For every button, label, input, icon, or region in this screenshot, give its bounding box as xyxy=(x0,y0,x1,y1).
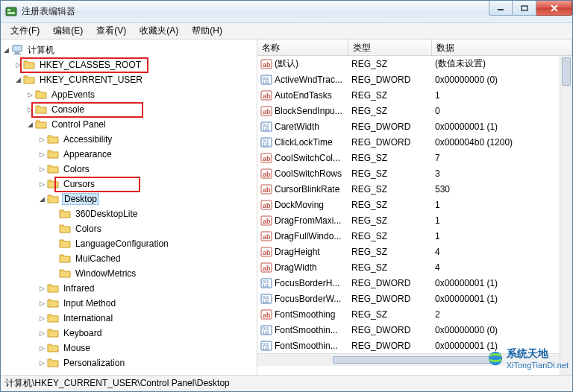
close-button[interactable] xyxy=(536,1,572,16)
maximize-button[interactable] xyxy=(513,1,536,16)
expand-icon[interactable]: ▷ xyxy=(13,60,23,70)
col-header-type[interactable]: 类型 xyxy=(348,39,432,55)
value-name: ClickLockTime xyxy=(275,137,333,148)
tree-node-label: WindowMetrics xyxy=(75,268,136,279)
menu-favorites[interactable]: 收藏夹(A) xyxy=(133,23,185,39)
collapse-icon[interactable]: ◢ xyxy=(1,45,11,55)
folder-icon xyxy=(47,312,59,324)
expand-icon[interactable]: ▷ xyxy=(25,89,35,100)
expand-icon[interactable]: ▷ xyxy=(25,104,35,115)
col-header-name[interactable]: 名称 xyxy=(257,39,348,55)
collapse-icon[interactable]: ◢ xyxy=(25,119,35,130)
tree-hkcu-child-0[interactable]: ▷AppEvents xyxy=(1,87,257,102)
svg-rect-1 xyxy=(7,9,10,11)
tree-desktop-child-1[interactable]: Colors xyxy=(1,221,257,236)
tree-cp-bottom-4[interactable]: ▷Mouse xyxy=(1,341,257,355)
menu-edit[interactable]: 编辑(E) xyxy=(46,23,90,39)
value-row[interactable]: 011110FocusBorderH...REG_DWORD0x00000001… xyxy=(257,275,572,291)
tree-node-label: HKEY_CURRENT_USER xyxy=(40,75,143,85)
value-row[interactable]: 011110FontSmoothin...REG_DWORD0x00000000… xyxy=(257,322,572,338)
folder-icon xyxy=(47,193,59,205)
value-row[interactable]: abCursorBlinkRateREG_SZ530 xyxy=(257,181,572,197)
tree-cp-bottom-5[interactable]: ▷Personalization xyxy=(1,355,257,370)
menu-view[interactable]: 查看(V) xyxy=(90,23,133,39)
expand-icon[interactable]: ▷ xyxy=(37,179,47,189)
titlebar[interactable]: 注册表编辑器 xyxy=(1,1,572,23)
tree-desktop[interactable]: ◢Desktop xyxy=(1,192,257,206)
value-name: ActiveWndTrac... xyxy=(275,75,342,85)
minimize-button[interactable] xyxy=(489,1,513,16)
expand-icon[interactable]: ▷ xyxy=(37,298,47,309)
tree-hkcu-child-1[interactable]: ▷Console xyxy=(1,102,257,117)
tree-cp-top-1[interactable]: ▷Appearance xyxy=(1,147,257,162)
value-row[interactable]: abDragWidthREG_SZ4 xyxy=(257,259,572,275)
svg-text:ab: ab xyxy=(263,312,271,319)
svg-text:ab: ab xyxy=(263,108,271,116)
tree-cp-bottom-0[interactable]: ▷Infrared xyxy=(1,281,257,296)
value-type: REG_DWORD xyxy=(348,74,432,86)
folder-icon xyxy=(23,74,35,86)
value-name: DragFromMaxi... xyxy=(275,215,341,226)
expand-icon[interactable]: ▷ xyxy=(37,134,47,145)
menu-file[interactable]: 文件(F) xyxy=(4,23,46,39)
value-data: 2 xyxy=(432,309,572,320)
value-data: 4 xyxy=(432,246,572,258)
value-data: 0x00000001 (1) xyxy=(432,277,572,289)
value-row[interactable]: abAutoEndTasksREG_SZ1 xyxy=(257,87,572,103)
expand-icon[interactable]: ▷ xyxy=(37,164,47,174)
value-data: (数值未设置) xyxy=(432,57,572,71)
vertical-scrollbar[interactable] xyxy=(560,56,572,375)
col-header-data[interactable]: 数据 xyxy=(432,39,572,55)
value-row[interactable]: 011110ClickLockTimeREG_DWORD0x000004b0 (… xyxy=(257,134,572,150)
tree-cp-top-2[interactable]: ▷Colors xyxy=(1,162,257,177)
values-panel[interactable]: 名称 类型 数据 ab(默认)REG_SZ(数值未设置)011110Active… xyxy=(257,39,572,375)
value-data: 1 xyxy=(432,215,572,227)
value-row[interactable]: abDragHeightREG_SZ4 xyxy=(257,244,572,259)
menu-help[interactable]: 帮助(H) xyxy=(185,23,229,39)
value-name: CoolSwitchCol... xyxy=(275,153,340,163)
value-row[interactable]: abCoolSwitchRowsREG_SZ3 xyxy=(257,165,572,181)
value-row[interactable]: 011110FocusBorderW...REG_DWORD0x00000001… xyxy=(257,291,572,306)
value-row[interactable]: abFontSmoothingREG_SZ2 xyxy=(257,306,572,322)
expand-icon[interactable]: ▷ xyxy=(37,149,47,159)
value-row[interactable]: 011110ActiveWndTrac...REG_DWORD0x0000000… xyxy=(257,72,572,87)
folder-icon xyxy=(59,253,71,265)
horizontal-scrollbar[interactable] xyxy=(257,353,572,366)
value-row[interactable]: abCoolSwitchCol...REG_SZ7 xyxy=(257,150,572,165)
tree-hkcr[interactable]: ▷HKEY_CLASSES_ROOT xyxy=(1,57,257,72)
tree-hkcu-child-2[interactable]: ◢Control Panel xyxy=(1,117,257,132)
expand-icon[interactable]: ▷ xyxy=(37,343,47,353)
value-row[interactable]: ab(默认)REG_SZ(数值未设置) xyxy=(257,56,572,72)
tree-hkcu[interactable]: ◢HKEY_CURRENT_USER xyxy=(1,72,257,87)
value-row[interactable]: 011110FontSmoothin...REG_DWORD0x00000001… xyxy=(257,338,572,353)
tree-cp-bottom-1[interactable]: ▷Input Method xyxy=(1,296,257,311)
expand-icon[interactable]: ▷ xyxy=(37,313,47,323)
tree-root-computer[interactable]: ◢计算机 xyxy=(1,42,257,57)
tree-cp-bottom-3[interactable]: ▷Keyboard xyxy=(1,326,257,341)
expand-icon[interactable]: ▷ xyxy=(37,358,47,368)
reg-binary-icon: 011110 xyxy=(260,324,272,336)
expand-icon[interactable]: ▷ xyxy=(37,328,47,338)
value-row[interactable]: abDragFullWindo...REG_SZ1 xyxy=(257,228,572,244)
tree-desktop-child-2[interactable]: LanguageConfiguration xyxy=(1,236,257,251)
value-row[interactable]: 011110CaretWidthREG_DWORD0x00000001 (1) xyxy=(257,118,572,134)
expand-icon[interactable]: ▷ xyxy=(37,283,47,294)
tree-desktop-child-0[interactable]: 360DesktopLite xyxy=(1,206,257,221)
value-data: 0x000004b0 (1200) xyxy=(432,136,572,148)
reg-string-icon: ab xyxy=(260,262,272,274)
collapse-icon[interactable]: ◢ xyxy=(37,194,47,204)
value-name: BlockSendInpu... xyxy=(275,106,342,116)
reg-string-icon: ab xyxy=(260,58,272,70)
tree-desktop-child-4[interactable]: WindowMetrics xyxy=(1,266,257,281)
value-row[interactable]: abDragFromMaxi...REG_SZ1 xyxy=(257,212,572,228)
tree-desktop-child-3[interactable]: MuiCached xyxy=(1,251,257,266)
collapse-icon[interactable]: ◢ xyxy=(13,75,23,85)
value-row[interactable]: abDockMovingREG_SZ1 xyxy=(257,197,572,212)
tree-cp-bottom-2[interactable]: ▷International xyxy=(1,311,257,326)
tree-cp-top-0[interactable]: ▷Accessibility xyxy=(1,132,257,147)
value-row[interactable]: abBlockSendInpu...REG_SZ0 xyxy=(257,103,572,118)
content-area: ◢计算机▷HKEY_CLASSES_ROOT◢HKEY_CURRENT_USER… xyxy=(1,39,572,375)
tree-panel[interactable]: ◢计算机▷HKEY_CLASSES_ROOT◢HKEY_CURRENT_USER… xyxy=(1,39,257,375)
svg-rect-2 xyxy=(7,12,15,14)
tree-cp-top-3[interactable]: ▷Cursors xyxy=(1,177,257,192)
